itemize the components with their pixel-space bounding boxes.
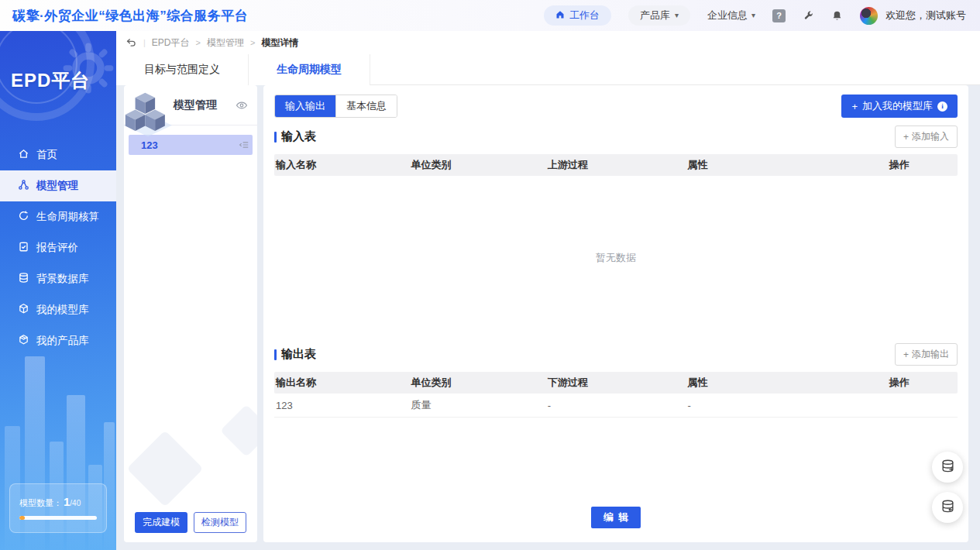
sidebar-item-model-management[interactable]: 模型管理	[0, 170, 116, 201]
edit-button-row: 编辑	[274, 507, 958, 535]
header-nav: 工作台 产品库 ▾ 企业信息 ▾ ? 欢迎您，测试账号	[544, 5, 966, 26]
workbench-label: 工作台	[569, 9, 600, 22]
column-header: 输入名称	[274, 158, 411, 172]
model-count-card: 模型数量： 1 /40	[9, 483, 107, 533]
column-header: 属性	[688, 158, 889, 172]
column-header: 下游过程	[548, 376, 688, 390]
main-panel: 输入输出 基本信息 + 加入我的模型库 i 输入表 + 添加输入 输入名称	[263, 85, 968, 542]
welcome-text: 欢迎您，测试账号	[885, 9, 966, 22]
company-info-menu[interactable]: 企业信息 ▾	[707, 9, 755, 22]
database-icon	[18, 272, 29, 286]
finish-modeling-button[interactable]: 完成建模	[135, 512, 187, 533]
sidebar-item-my-product-library[interactable]: 我的产品库	[0, 325, 116, 356]
database-import-icon	[940, 459, 955, 476]
plus-icon: +	[851, 101, 858, 112]
column-header: 操作	[889, 158, 958, 172]
lifecycle-icon	[18, 210, 29, 224]
home-icon	[555, 10, 565, 22]
breadcrumb-root[interactable]: EPD平台	[152, 36, 190, 50]
input-table-empty-state: 暂无数据	[274, 176, 958, 340]
menu-unfold-icon[interactable]	[239, 139, 249, 150]
company-info-label: 企业信息	[707, 9, 748, 22]
back-icon[interactable]	[126, 37, 137, 48]
add-input-label: 添加输入	[912, 130, 949, 143]
model-panel-footer: 完成建模 检测模型	[124, 512, 257, 533]
workbench-button[interactable]: 工作台	[544, 5, 611, 26]
home-icon	[18, 148, 29, 162]
cube-decoration	[220, 404, 257, 457]
check-model-button[interactable]: 检测模型	[194, 512, 246, 533]
bell-icon[interactable]	[831, 10, 843, 22]
wrench-icon[interactable]	[803, 10, 814, 22]
box-icon	[18, 334, 29, 348]
sidebar-item-label: 报告评价	[36, 241, 78, 255]
chevron-down-icon: ▾	[675, 12, 679, 19]
input-section-header: 输入表 + 添加输入	[274, 125, 958, 148]
model-panel-header: 模型管理	[124, 85, 257, 125]
cube-decoration	[127, 431, 204, 507]
input-section-title: 输入表	[281, 129, 316, 144]
eye-icon[interactable]	[236, 100, 248, 111]
table-row: 123 质量 - -	[274, 394, 958, 418]
breadcrumb-section[interactable]: 模型管理	[207, 36, 244, 50]
input-table-header: 输入名称 单位类别 上游过程 属性 操作	[274, 154, 958, 176]
unit-type-cell: 质量	[411, 398, 547, 412]
avatar[interactable]	[860, 7, 878, 25]
column-header: 单位类别	[411, 158, 547, 172]
tab-basic-info[interactable]: 基本信息	[335, 95, 397, 117]
section-accent-bar	[274, 132, 277, 143]
sidebar-item-background-database[interactable]: 背景数据库	[0, 263, 116, 294]
sidebar-item-lifecycle-accounting[interactable]: 生命周期核算	[0, 201, 116, 232]
attribute-cell: -	[688, 400, 889, 411]
column-header: 属性	[688, 376, 889, 390]
breadcrumb-separator: >	[196, 38, 201, 47]
sidebar-item-label: 我的模型库	[36, 303, 89, 317]
model-list-item[interactable]: 123	[129, 135, 253, 155]
database-import-fab[interactable]	[932, 452, 963, 483]
sidebar-item-label: 生命周期核算	[36, 210, 99, 224]
app-title: 碳擎·外贸企业“绿色出海”综合服务平台	[12, 7, 248, 25]
view-tabs: 输入输出 基本信息	[274, 95, 397, 118]
column-header: 操作	[889, 376, 958, 390]
column-header: 输出名称	[274, 376, 411, 390]
top-header: 碳擎·外贸企业“绿色出海”综合服务平台 工作台 产品库 ▾ 企业信息 ▾ ?	[0, 0, 980, 31]
output-table-header: 输出名称 单位类别 下游过程 属性 操作	[274, 372, 958, 394]
model-panel: 模型管理 123 完成建模 检测模型	[124, 85, 257, 542]
content-area: | EPD平台 > 模型管理 > 模型详情 目标与范围定义 生命周期模型	[116, 31, 980, 550]
product-library-label: 产品库	[640, 9, 670, 22]
breadcrumb-separator: >	[250, 38, 255, 47]
model-item-label: 123	[141, 139, 158, 151]
page: 碳擎·外贸企业“绿色出海”综合服务平台 工作台 产品库 ▾ 企业信息 ▾ ?	[0, 0, 980, 550]
model-panel-title: 模型管理	[174, 98, 217, 112]
output-section-title: 输出表	[281, 347, 316, 362]
database-export-fab[interactable]	[932, 492, 963, 523]
empty-text: 暂无数据	[596, 251, 636, 265]
add-to-my-library-label: 加入我的模型库	[862, 99, 933, 113]
sidebar-item-home[interactable]: 首页	[0, 139, 116, 170]
clipboard-icon	[18, 241, 29, 255]
output-section-header: 输出表 + 添加输出	[274, 343, 958, 366]
sidebar-item-report-evaluation[interactable]: 报告评价	[0, 232, 116, 263]
help-icon[interactable]: ?	[772, 9, 786, 22]
model-count-progress	[19, 516, 97, 520]
breadcrumb: | EPD平台 > 模型管理 > 模型详情	[116, 31, 980, 54]
product-library-menu[interactable]: 产品库 ▾	[628, 5, 690, 26]
sidebar-item-label: 我的产品库	[36, 334, 89, 348]
tab-goal-scope[interactable]: 目标与范围定义	[116, 54, 249, 85]
output-name-cell: 123	[274, 400, 411, 411]
add-output-label: 添加输出	[912, 348, 949, 361]
sidebar-logo-block: EPD平台	[0, 31, 116, 122]
column-header: 单位类别	[411, 376, 547, 390]
add-output-button[interactable]: + 添加输出	[895, 343, 958, 366]
add-input-button[interactable]: + 添加输入	[895, 125, 958, 148]
edit-button[interactable]: 编辑	[591, 507, 641, 528]
chevron-down-icon: ▾	[751, 12, 755, 19]
tab-lifecycle-model[interactable]: 生命周期模型	[249, 54, 370, 85]
sidebar-item-my-model-library[interactable]: 我的模型库	[0, 294, 116, 325]
main-toolbar: 输入输出 基本信息 + 加入我的模型库 i	[274, 95, 958, 118]
section-accent-bar	[274, 349, 277, 360]
add-to-my-library-button[interactable]: + 加入我的模型库 i	[841, 95, 958, 118]
database-export-icon	[940, 499, 955, 517]
tab-input-output[interactable]: 输入输出	[275, 95, 335, 117]
cube-icon	[18, 303, 29, 317]
